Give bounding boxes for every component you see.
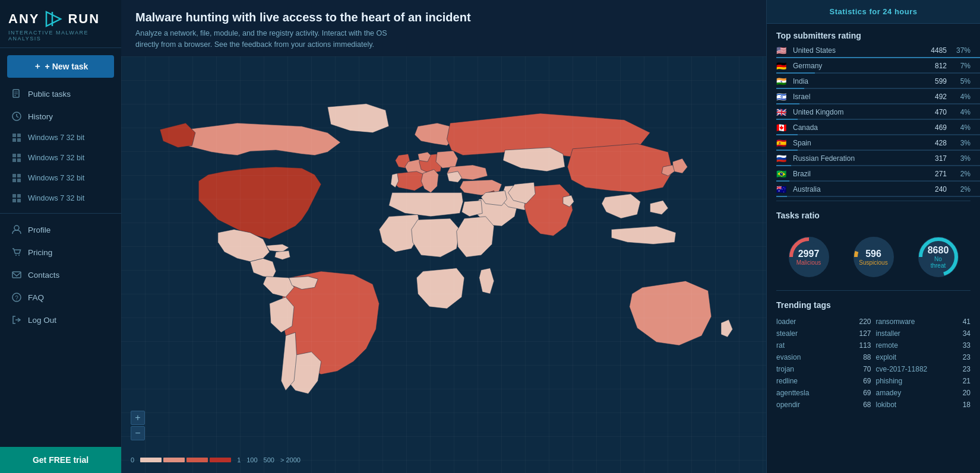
sidebar-item-pricing[interactable]: Pricing (0, 241, 121, 264)
submitter-flag: 🇩🇪 (776, 62, 788, 70)
tag-name: amadey (876, 389, 902, 397)
sidebar-item-contacts[interactable]: Contacts (0, 264, 121, 286)
submitter-pct: 3% (951, 154, 970, 163)
malicious-count: 2997 (796, 249, 821, 259)
submitter-country: Russian Federation (793, 154, 918, 163)
history-label: History (28, 112, 53, 121)
tasks-ratio-circles: 2997 Malicious 596 Suspicious (776, 233, 970, 281)
zoom-in-button[interactable]: + (131, 411, 145, 425)
free-trial-button[interactable]: Get FREE trial (0, 447, 121, 473)
svg-rect-12 (17, 138, 21, 142)
tag-name: cve-2017-11882 (876, 365, 928, 373)
submitter-row: 🇩🇪 Germany 812 7% (767, 59, 980, 72)
tag-count: 23 (963, 353, 970, 361)
map-controls: + − (131, 411, 145, 440)
svg-rect-11 (12, 138, 16, 142)
tag-name: exploit (876, 353, 897, 361)
map-svg: .country { stroke: #0d2a42; stroke-width… (121, 56, 766, 474)
sidebar-item-win7-3[interactable]: Windows 7 32 bit (0, 168, 121, 188)
tag-row: loader220 (776, 316, 871, 328)
world-map[interactable]: .country { stroke: #0d2a42; stroke-width… (121, 56, 766, 474)
free-trial-label: Get FREE trial (33, 455, 88, 465)
tasks-ratio-title: Tasks ratio (767, 204, 980, 224)
tag-count: 20 (963, 389, 970, 397)
submitter-pct: 4% (951, 108, 970, 116)
sidebar: ANY RUN INTERACTIVE MALWARE ANALYSIS ＋ +… (0, 0, 121, 473)
submitter-row: 🇮🇱 Israel 492 4% (767, 90, 980, 103)
tag-row: trojan70 (776, 363, 871, 375)
legend-segment-4 (210, 458, 231, 462)
submitter-bar-container (776, 72, 980, 74)
document-icon (11, 88, 22, 99)
svg-rect-23 (12, 199, 16, 202)
logo-play-icon (44, 9, 63, 28)
tag-count: 18 (963, 401, 970, 409)
question-icon: ? (11, 292, 22, 303)
sidebar-item-win7-1[interactable]: Windows 7 32 bit (0, 128, 121, 148)
submitter-count: 812 (923, 62, 947, 70)
nothreat-count: 8680 (927, 245, 950, 256)
sidebar-item-logout[interactable]: Log Out (0, 309, 121, 331)
tag-row: stealer127 (776, 328, 871, 339)
submitter-country: Israel (793, 93, 918, 101)
sidebar-item-win7-4[interactable]: Windows 7 32 bit (0, 188, 121, 208)
tag-name: stealer (776, 329, 798, 338)
submitter-bar-container (776, 196, 980, 197)
suspicious-chart: 596 Suspicious (850, 233, 897, 281)
svg-line-8 (17, 116, 18, 118)
submitter-bar (776, 88, 804, 89)
tag-name: ransomware (876, 318, 915, 326)
trending-grid: loader220stealer127rat113evasion88trojan… (776, 316, 970, 411)
submitters-title: Top submitters rating (767, 24, 980, 44)
trending-title: Trending tags (767, 293, 980, 313)
stats-panel: Statistics for 24 hours Top submitters r… (766, 0, 980, 473)
submitter-flag: 🇺🇸 (776, 46, 788, 55)
tag-row: evasion88 (776, 351, 871, 363)
sidebar-item-history[interactable]: History (0, 105, 121, 128)
svg-point-27 (18, 255, 20, 256)
new-task-button[interactable]: ＋ + New task (7, 55, 114, 78)
faq-label: FAQ (28, 293, 44, 302)
tag-count: 34 (963, 329, 970, 338)
tag-count: 69 (863, 389, 871, 397)
legend-label-100: 100 (246, 456, 257, 464)
tag-count: 70 (863, 365, 871, 373)
submitter-row: 🇮🇳 India 599 5% (767, 75, 980, 88)
submitter-country: India (793, 77, 918, 85)
sidebar-item-win7-2[interactable]: Windows 7 32 bit (0, 148, 121, 168)
submitter-bar-container (776, 180, 980, 182)
sidebar-item-faq[interactable]: ? FAQ (0, 286, 121, 309)
tag-name: evasion (776, 353, 801, 361)
pricing-label: Pricing (28, 248, 52, 257)
svg-rect-20 (17, 179, 21, 182)
win7-1-label: Windows 7 32 bit (28, 134, 84, 142)
tag-count: 220 (859, 318, 871, 326)
tasks-ratio-section: 2997 Malicious 596 Suspicious (767, 224, 980, 288)
submitter-country: Spain (793, 139, 918, 147)
submitter-bar (776, 57, 980, 58)
submitter-bar-container (776, 103, 980, 104)
tag-name: redline (776, 377, 798, 385)
new-task-label: + New task (45, 62, 88, 71)
tag-name: loader (776, 318, 796, 326)
tag-name: lokibot (876, 401, 897, 409)
submitter-country: Canada (793, 123, 918, 132)
submitter-row: 🇧🇷 Brazil 271 2% (767, 167, 980, 180)
nav-divider-1 (0, 213, 121, 214)
submitter-bar (776, 196, 787, 197)
legend-bar (140, 458, 231, 462)
tag-row: ransomware41 (876, 316, 971, 328)
sidebar-item-public-tasks[interactable]: Public tasks (0, 82, 121, 105)
svg-rect-22 (17, 194, 21, 198)
tag-count: 33 (963, 341, 970, 350)
public-tasks-label: Public tasks (28, 90, 71, 99)
windows-icon-3 (11, 173, 22, 183)
tag-name: agenttesla (776, 389, 809, 397)
zoom-out-button[interactable]: − (131, 426, 145, 440)
svg-rect-13 (12, 154, 16, 157)
tag-row: agenttesla69 (776, 387, 871, 399)
sidebar-item-profile[interactable]: Profile (0, 218, 121, 241)
submitter-count: 317 (923, 154, 947, 163)
legend-label-500: 500 (264, 456, 274, 464)
tag-row: amadey20 (876, 387, 971, 399)
